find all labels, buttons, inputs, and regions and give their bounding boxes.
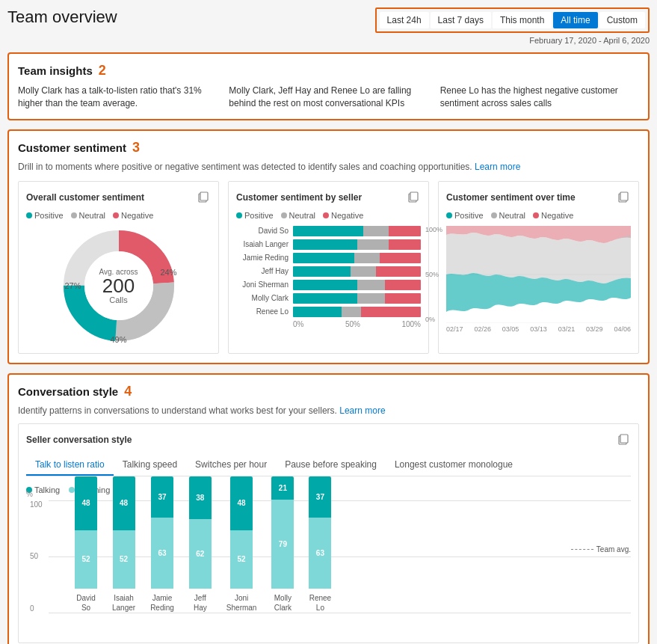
time-y-axis: 100% 50% 0% xyxy=(425,226,442,323)
donut-chart: Avg. across 200 Calls 27% 24% 49% xyxy=(59,226,179,346)
conv-card: Seller conversation style Talk to listen… xyxy=(18,423,639,643)
conv-chart-area: % 100 50 0 4852David So4852Isaiah Langer… xyxy=(26,500,631,635)
tab-item-longest-customer-monologue[interactable]: Longest customer monologue xyxy=(386,455,522,476)
svg-rect-8 xyxy=(410,192,418,200)
insight-item-2: Renee Lo has the highest negative custom… xyxy=(440,85,639,110)
page-title: Team overview xyxy=(7,7,117,27)
seller-sentiment-card: Customer sentiment by seller Positive Ne… xyxy=(228,181,429,354)
tab-item-pause-before-speaking[interactable]: Pause before speaking xyxy=(276,455,386,476)
copy-conv-icon[interactable] xyxy=(616,432,631,449)
seller-bar-row: Jeff Hay xyxy=(236,266,421,277)
charts-grid: Overall customer sentiment Positive Neut… xyxy=(18,181,639,354)
time-btn-month[interactable]: This month xyxy=(493,12,552,28)
svg-rect-15 xyxy=(620,435,628,443)
sentiment-intro: Drill in to moments where positive or ne… xyxy=(18,162,639,172)
seller-bars: David SoIsaiah LangerJamie RedingJeff Ha… xyxy=(236,226,421,317)
time-btn-alltime[interactable]: All time xyxy=(553,12,597,28)
seller-bar-row: Joni Sherman xyxy=(236,280,421,290)
insight-item-1: Molly Clark, Jeff Hay and Renee Lo are f… xyxy=(229,85,428,110)
donut-center: Avg. across 200 Calls xyxy=(99,267,138,304)
team-avg-indicator: Team avg. xyxy=(571,545,631,553)
overall-legend: Positive Neutral Negative xyxy=(26,211,211,220)
y-axis-label: % xyxy=(26,490,33,498)
time-sentiment-title: Customer sentiment over time xyxy=(446,189,631,206)
svg-rect-10 xyxy=(620,192,628,200)
pct-positive: 24% xyxy=(160,268,176,277)
insights-grid: Molly Clark has a talk-to-listen ratio t… xyxy=(18,85,639,110)
time-sentiment-card: Customer sentiment over time Positive Ne… xyxy=(438,181,639,354)
team-avg-label: Team avg. xyxy=(596,545,631,553)
tabs-bar: Talk to listen ratioTalking speedSwitche… xyxy=(26,455,631,476)
learn-more-sentiment[interactable]: Learn more xyxy=(475,162,520,172)
time-btn-7d[interactable]: Last 7 days xyxy=(431,12,491,28)
sellers-chart: 4852David So4852Isaiah Langer3763Jamie R… xyxy=(52,500,631,613)
time-btn-custom[interactable]: Custom xyxy=(599,12,645,28)
seller-legend: Positive Neutral Negative xyxy=(236,211,421,220)
time-x-axis: 02/17 02/26 03/05 03/13 03/21 03/29 04/0… xyxy=(446,325,631,333)
conversation-style-section: Conversation style 4 Identify patterns i… xyxy=(7,373,650,644)
customer-sentiment-title: Customer sentiment 3 xyxy=(18,140,639,156)
header-right: Last 24h Last 7 days This month All time… xyxy=(375,7,650,45)
conversation-style-intro: Identify patterns in conversations to un… xyxy=(18,405,639,416)
copy-seller-icon[interactable] xyxy=(406,189,421,206)
seller-col-jeff-hay: 3862Jeff Hay xyxy=(189,476,212,613)
seller-col-joni-sherman: 4852Joni Sherman xyxy=(226,476,257,613)
seller-bar-row: Jamie Reding xyxy=(236,253,421,263)
time-filter-box: Last 24h Last 7 days This month All time… xyxy=(375,7,650,33)
tab-item-talk-to-listen-ratio[interactable]: Talk to listen ratio xyxy=(26,455,114,476)
pct-neutral: 27% xyxy=(65,281,81,290)
seller-bar-row: Isaiah Langer xyxy=(236,239,421,250)
learn-more-conv[interactable]: Learn more xyxy=(339,405,385,416)
conv-card-title: Seller conversation style xyxy=(26,432,631,449)
team-insights-title: Team insights 2 xyxy=(18,63,639,79)
seller-sentiment-title: Customer sentiment by seller xyxy=(236,189,421,206)
insight-item-0: Molly Clark has a talk-to-listen ratio t… xyxy=(18,85,217,110)
date-range: February 17, 2020 - April 6, 2020 xyxy=(529,36,650,45)
pct-negative: 49% xyxy=(110,335,126,344)
seller-col-renee-lo: 3763Renee Lo xyxy=(309,476,331,613)
customer-sentiment-section: Customer sentiment 3 Drill in to moments… xyxy=(7,129,650,364)
team-insights-section: Team insights 2 Molly Clark has a talk-t… xyxy=(7,52,650,120)
seller-axis: 0% 50% 100% xyxy=(236,320,421,328)
copy-time-icon[interactable] xyxy=(616,189,631,206)
seller-bar-row: David So xyxy=(236,226,421,236)
overall-sentiment-title: Overall customer sentiment xyxy=(26,189,211,206)
seller-col-david-so: 4852David So xyxy=(75,476,97,613)
time-legend: Positive Neutral Negative xyxy=(446,211,631,220)
seller-col-jamie-reding: 3763Jamie Reding xyxy=(150,476,174,613)
copy-overall-icon[interactable] xyxy=(196,189,211,206)
seller-col-isaiah-langer: 4852Isaiah Langer xyxy=(112,476,135,613)
seller-col-molly-clark: 2179Molly Clark xyxy=(271,476,294,613)
tab-item-talking-speed[interactable]: Talking speed xyxy=(114,455,186,476)
seller-bar-row: Renee Lo xyxy=(236,307,421,317)
seller-bar-row: Molly Clark xyxy=(236,293,421,304)
svg-rect-1 xyxy=(200,192,208,200)
conv-y-axis: 100 50 0 xyxy=(30,500,43,613)
overall-sentiment-card: Overall customer sentiment Positive Neut… xyxy=(18,181,219,354)
time-btn-24h[interactable]: Last 24h xyxy=(380,12,429,28)
tab-item-switches-per-hour[interactable]: Switches per hour xyxy=(186,455,276,476)
time-chart-area: 02/17 02/26 03/05 03/13 03/21 03/29 04/0… xyxy=(446,226,631,333)
conversation-style-title: Conversation style 4 xyxy=(18,384,639,399)
